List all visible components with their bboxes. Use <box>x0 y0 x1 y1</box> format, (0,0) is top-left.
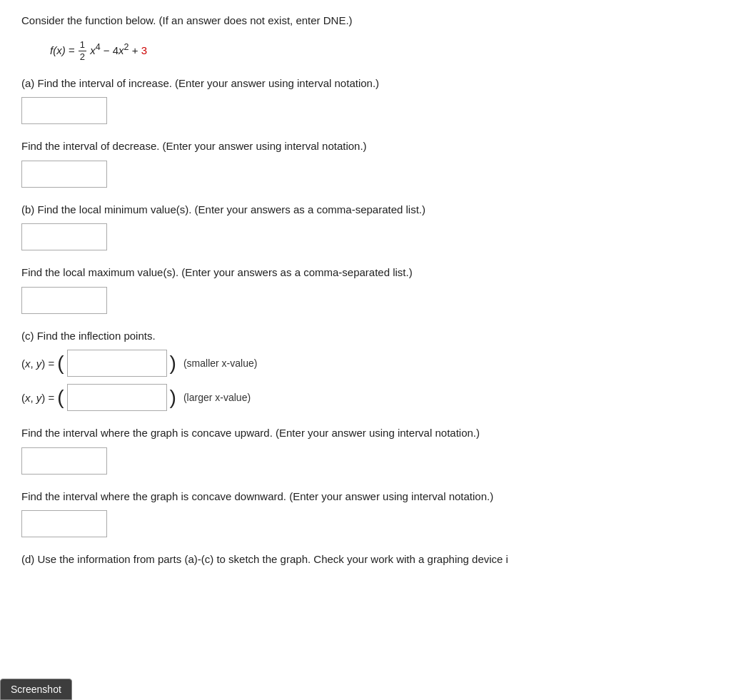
inflection-row-smaller: (x, y) = ( ) (smaller x-value) <box>21 350 692 377</box>
intro-text: Consider the function below. (If an answ… <box>21 13 692 29</box>
section-local-min: (b) Find the local minimum value(s). (En… <box>21 202 692 251</box>
fraction: 1 2 <box>79 39 86 62</box>
function-display: f(x) = 1 2 x4 − 4x2 + 3 <box>50 39 692 63</box>
decrease-input[interactable] <box>21 161 107 188</box>
inflection-xy-label-2: (x, y) = <box>21 392 54 404</box>
page-container: Consider the function below. (If an answ… <box>0 0 714 609</box>
inflection-header: (c) Find the inflection points. <box>21 328 692 345</box>
close-paren-1: ) <box>170 353 176 373</box>
concave-down-question: Find the interval where the graph is con… <box>21 489 692 505</box>
section-local-max: Find the local maximum value(s). (Enter … <box>21 265 692 314</box>
local-max-question: Find the local maximum value(s). (Enter … <box>21 265 692 281</box>
concave-up-question: Find the interval where the graph is con… <box>21 425 692 442</box>
local-max-input[interactable] <box>21 287 107 314</box>
inflection-xy-label-1: (x, y) = <box>21 357 54 370</box>
function-label: f(x) = <box>50 44 78 56</box>
section-decrease: Find the interval of decrease. (Enter yo… <box>21 138 692 188</box>
smaller-x-label: (smaller x-value) <box>183 357 257 369</box>
local-min-input[interactable] <box>21 223 107 250</box>
part-d-section: (d) Use the information from parts (a)-(… <box>21 552 692 609</box>
concave-down-input[interactable] <box>21 510 107 537</box>
open-paren-1: ( <box>57 353 64 373</box>
fraction-denominator: 2 <box>79 51 86 63</box>
function-constant: 3 <box>141 44 147 56</box>
increase-question: (a) Find the interval of increase. (Ente… <box>21 76 692 92</box>
part-d-text: (d) Use the information from parts (a)-(… <box>21 552 692 568</box>
larger-x-label: (larger x-value) <box>183 392 251 403</box>
section-concave-down: Find the interval where the graph is con… <box>21 489 692 538</box>
function-x4: x4 − 4x2 + <box>90 44 141 56</box>
decrease-question: Find the interval of decrease. (Enter yo… <box>21 138 692 155</box>
open-paren-2: ( <box>57 387 64 407</box>
local-min-question: (b) Find the local minimum value(s). (En… <box>21 202 692 218</box>
inflection-input-larger[interactable] <box>67 384 167 411</box>
screenshot-button[interactable]: Screenshot <box>0 679 72 700</box>
section-inflection: (c) Find the inflection points. (x, y) =… <box>21 328 692 412</box>
section-increase: (a) Find the interval of increase. (Ente… <box>21 76 692 125</box>
close-paren-2: ) <box>170 387 176 407</box>
inflection-input-smaller[interactable] <box>67 350 167 377</box>
concave-up-input[interactable] <box>21 447 107 475</box>
inflection-row-larger: (x, y) = ( ) (larger x-value) <box>21 384 692 411</box>
fraction-numerator: 1 <box>79 39 86 51</box>
increase-input[interactable] <box>21 97 107 124</box>
section-concave-up: Find the interval where the graph is con… <box>21 425 692 475</box>
